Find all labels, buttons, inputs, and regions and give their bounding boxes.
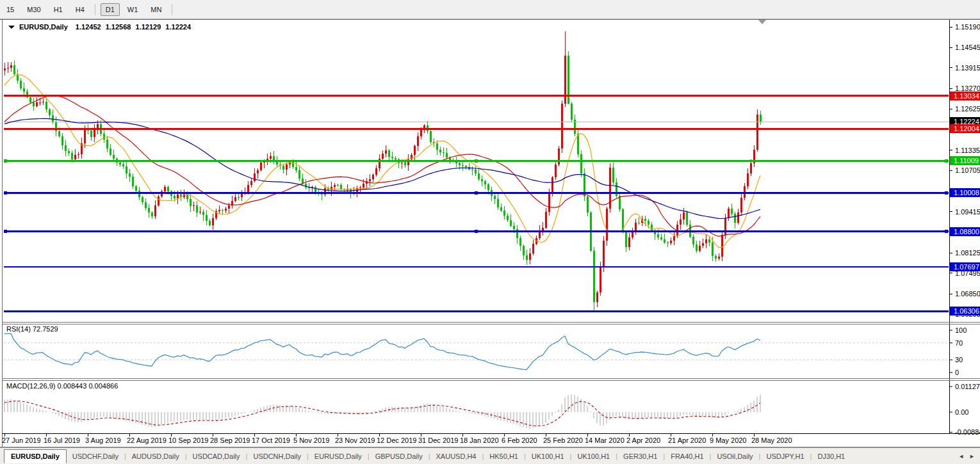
hline-handle[interactable] <box>475 230 478 233</box>
svg-text:14 Mar 2020: 14 Mar 2020 <box>585 436 625 444</box>
rsi-label: RSI(14) 72.7529 <box>6 325 58 333</box>
title-low: 1.12129 <box>136 23 161 31</box>
candlesticks <box>4 31 762 312</box>
svg-text:1.07697: 1.07697 <box>954 263 979 271</box>
svg-text:0.011277: 0.011277 <box>955 383 980 390</box>
chart-window: 1.151901.145451.139151.132701.126251.113… <box>0 0 980 464</box>
symbol-dropdown-icon[interactable] <box>8 26 15 29</box>
svg-text:1.13270: 1.13270 <box>955 84 980 92</box>
chart-tab-usdcad-daily[interactable]: USDCAD,Daily <box>187 450 246 463</box>
svg-text:30: 30 <box>955 356 963 364</box>
macd-pane: 0.0112770.00-0.008845 <box>4 383 980 436</box>
rsi-line <box>4 333 760 369</box>
tab-scroll-left-icon[interactable]: ◄ <box>958 453 964 460</box>
chart-tab-eurusd-daily[interactable]: EURUSD,Daily <box>309 450 368 463</box>
chart-tab-ger30-h1[interactable]: GER30,H1 <box>617 450 663 463</box>
title-symbol: EURUSD,Daily <box>19 23 69 31</box>
chart-tab-usdchf-daily[interactable]: USDCHF,Daily <box>67 450 124 463</box>
ma-30-line <box>4 95 760 236</box>
svg-text:17 Oct 2019: 17 Oct 2019 <box>252 436 290 444</box>
trading-platform-window: { "toolbar": { "groups": [["15","M30","H… <box>0 0 980 464</box>
chart-tab-fra40-h1[interactable]: FRA40,H1 <box>665 450 709 463</box>
svg-text:22 Aug 2019: 22 Aug 2019 <box>127 436 167 444</box>
chart-title: EURUSD,Daily 1.12452 1.12568 1.12129 1.1… <box>8 23 192 31</box>
chart-frame <box>0 19 980 447</box>
svg-text:1.12004: 1.12004 <box>954 125 979 132</box>
title-high: 1.12568 <box>106 23 131 31</box>
chart-tab-xauusd-h4[interactable]: XAUUSD,H4 <box>430 450 482 463</box>
chart-tab-usdcnh-daily[interactable]: USDCNH,Daily <box>247 450 307 463</box>
hline-handle[interactable] <box>945 191 948 195</box>
chart-tab-uk100-h1[interactable]: UK100,H1 <box>571 450 616 463</box>
svg-text:70: 70 <box>955 339 963 347</box>
hline-handle[interactable] <box>475 159 478 163</box>
symbol-tab-bar: EURUSD,DailyUSDCHF,Daily|AUDUSD,Daily|US… <box>0 447 980 464</box>
svg-text:1.06850: 1.06850 <box>955 290 980 298</box>
chart-tab-dj30-h1[interactable]: DJ30,H1 <box>812 450 851 463</box>
svg-text:27 Jun 2019: 27 Jun 2019 <box>2 436 41 444</box>
chart-tab-gbpusd-daily[interactable]: GBPUSD,Daily <box>370 450 429 463</box>
svg-text:28 May 2020: 28 May 2020 <box>751 436 792 444</box>
chart-tab-usdjpy-h1[interactable]: USDJPY,H1 <box>760 450 810 463</box>
macd-label: MACD(12,26,9) 0.008443 0.004866 <box>6 382 118 390</box>
svg-text:1.12625: 1.12625 <box>955 105 980 113</box>
svg-text:1.08125: 1.08125 <box>955 249 980 257</box>
title-close: 1.12224 <box>165 23 192 31</box>
date-axis: 27 Jun 201916 Jul 20193 Aug 201922 Aug 2… <box>2 434 792 444</box>
svg-text:1.13034: 1.13034 <box>954 92 979 100</box>
ma-65-line <box>4 118 760 218</box>
svg-text:1.06306: 1.06306 <box>954 307 979 315</box>
svg-text:3 Aug 2019: 3 Aug 2019 <box>85 436 121 444</box>
svg-text:9 May 2020: 9 May 2020 <box>710 436 746 444</box>
hline-handle[interactable] <box>945 230 948 233</box>
svg-text:1.09415: 1.09415 <box>955 208 980 216</box>
hline-handle[interactable] <box>4 191 7 195</box>
macd-signal-line <box>4 401 760 426</box>
svg-text:1.08800: 1.08800 <box>954 228 979 236</box>
title-open: 1.12452 <box>76 23 101 31</box>
svg-text:0: 0 <box>955 369 959 376</box>
svg-text:1.10705: 1.10705 <box>955 166 980 174</box>
svg-text:12 Dec 2019: 12 Dec 2019 <box>377 436 416 444</box>
svg-text:25 Feb 2020: 25 Feb 2020 <box>543 436 583 444</box>
chart-shift-marker-icon[interactable] <box>758 20 766 24</box>
svg-text:28 Sep 2019: 28 Sep 2019 <box>210 436 250 444</box>
svg-text:1.11335: 1.11335 <box>955 147 980 154</box>
hline-handle[interactable] <box>475 191 478 195</box>
chart-tab-uk100-h1[interactable]: UK100,H1 <box>526 450 570 463</box>
chart-tab-usoil-daily[interactable]: USOil,Daily <box>711 450 758 463</box>
svg-text:1.14545: 1.14545 <box>955 44 980 51</box>
svg-text:1.13915: 1.13915 <box>955 64 980 72</box>
svg-text:1.15190: 1.15190 <box>955 23 980 31</box>
svg-text:100: 100 <box>955 326 967 334</box>
hline-handle[interactable] <box>4 230 7 233</box>
svg-text:18 Jan 2020: 18 Jan 2020 <box>460 436 499 444</box>
price-axis: 1.151901.145451.139151.132701.126251.113… <box>949 23 980 318</box>
tab-scroll-arrows: ◄► <box>958 453 975 460</box>
svg-text:16 Jul 2019: 16 Jul 2019 <box>44 436 80 444</box>
rsi-pane: 10070300 <box>4 326 967 376</box>
hline-handle[interactable] <box>945 159 948 163</box>
svg-text:-0.008845: -0.008845 <box>955 428 980 436</box>
chart-tab-hk50-h1[interactable]: HK50,H1 <box>484 450 524 463</box>
svg-text:1.10008: 1.10008 <box>954 189 979 196</box>
svg-text:10 Sep 2019: 10 Sep 2019 <box>168 436 208 444</box>
svg-text:0.00: 0.00 <box>955 408 968 416</box>
svg-text:6 Feb 2020: 6 Feb 2020 <box>502 436 537 444</box>
hline-handle[interactable] <box>4 159 7 163</box>
svg-text:23 Nov 2019: 23 Nov 2019 <box>335 436 375 444</box>
chart-title-text: EURUSD,Daily 1.12452 1.12568 1.12129 1.1… <box>19 23 192 31</box>
svg-text:21 Apr 2020: 21 Apr 2020 <box>668 436 706 444</box>
tab-scroll-right-icon[interactable]: ► <box>969 453 975 460</box>
svg-text:1.11009: 1.11009 <box>954 157 979 164</box>
chart-tab-audusd-daily[interactable]: AUDUSD,Daily <box>126 450 185 463</box>
svg-text:5 Nov 2019: 5 Nov 2019 <box>293 436 329 444</box>
svg-text:2 Apr 2020: 2 Apr 2020 <box>626 436 660 444</box>
svg-text:31 Dec 2019: 31 Dec 2019 <box>418 436 458 444</box>
chart-tab-eurusd-daily[interactable]: EURUSD,Daily <box>4 449 67 463</box>
